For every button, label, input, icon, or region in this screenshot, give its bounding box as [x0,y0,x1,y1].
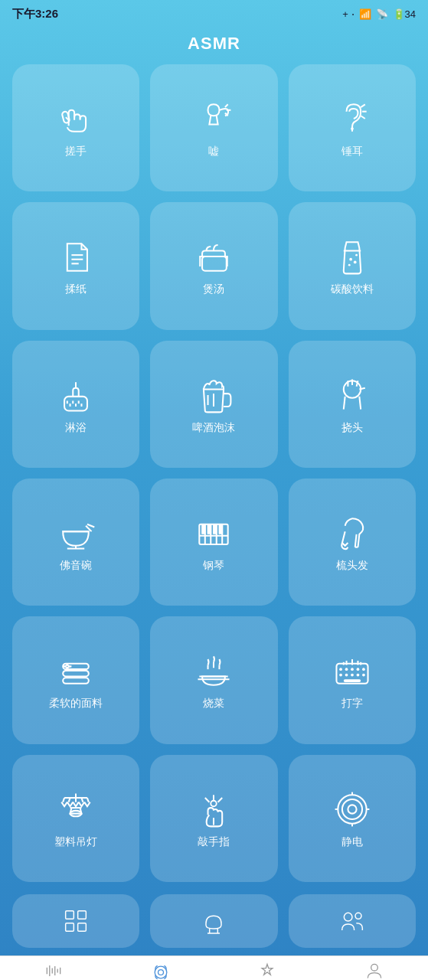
static-icon [331,788,374,831]
item-piano[interactable]: 钢琴 [150,479,277,606]
nav-whitenoise[interactable]: 白噪 [0,956,107,980]
item-tap-finger[interactable]: 敲手指 [150,755,277,882]
beer-label: 啤酒泡沫 [192,421,235,435]
item-chandelier[interactable]: 塑料吊灯 [12,755,139,882]
brushhair-icon [331,511,374,554]
beer-icon [192,374,235,416]
svg-rect-76 [78,923,87,932]
battery-icon: 🔋34 [393,8,416,20]
svg-rect-75 [66,923,74,932]
ear-icon [331,97,374,140]
chandelier-icon [54,788,97,831]
asmr-icon [151,962,171,980]
svg-point-16 [354,261,357,264]
status-icons: +︎ ⋅ 📶 📡 🔋34 [342,8,416,20]
item-typing[interactable]: 打字 [289,616,416,743]
svg-rect-46 [63,678,89,684]
item-ear[interactable]: 锤耳 [289,64,416,191]
item-shake-hand[interactable]: 搓手 [12,64,139,191]
item-fabric[interactable]: 柔软的面料 [12,616,139,743]
partial-item-3[interactable] [289,894,416,948]
item-beer[interactable]: 啤酒泡沫 [150,341,277,468]
shush-icon [192,97,235,140]
partial-icon-2 [198,906,229,936]
item-paper[interactable]: 揉纸 [12,202,139,329]
item-cooking[interactable]: 烧菜 [150,616,277,743]
bottom-nav: 白噪 asmr 冥想 我的 [0,956,428,980]
whitenoise-icon [44,961,64,980]
soda-label: 碳酸饮料 [331,283,374,296]
svg-point-65 [211,801,217,806]
svg-point-15 [348,264,351,266]
item-scratch-head[interactable]: 挠头 [289,341,416,468]
partial-item-2[interactable] [150,894,277,948]
tap-finger-label: 敲手指 [198,835,230,849]
main-grid: 搓手 嘘 锤耳 揉 [0,64,428,894]
brush-hair-label: 梳头发 [336,559,368,573]
shush-label: 嘘 [208,145,219,158]
svg-point-7 [351,127,354,130]
svg-point-89 [371,965,378,972]
svg-rect-74 [78,911,87,920]
svg-rect-43 [219,524,224,534]
partial-item-1[interactable] [12,894,139,948]
app-title: ASMR [0,28,428,64]
paper-icon [54,235,97,278]
paper-label: 揉纸 [65,283,87,296]
typing-icon [331,649,374,692]
static-label: 静电 [341,835,363,849]
scratchhead-icon [331,374,374,416]
item-shower[interactable]: 淋浴 [12,341,139,468]
partial-icon-1 [60,906,91,936]
svg-rect-40 [202,524,207,534]
fabric-label: 柔软的面料 [49,697,103,710]
scratch-head-label: 挠头 [341,421,363,435]
svg-point-88 [155,966,167,978]
svg-rect-41 [207,524,212,534]
cooking-label: 烧菜 [203,697,224,710]
svg-point-68 [348,805,356,813]
shower-icon [54,374,97,416]
svg-point-67 [342,799,362,819]
shower-label: 淋浴 [65,421,87,435]
chandelier-label: 塑料吊灯 [54,835,97,849]
bowl-icon [54,511,97,554]
status-bar: 下午3:26 +︎ ⋅ 📶 📡 🔋34 [0,0,428,28]
soda-icon [331,235,374,278]
typing-label: 打字 [341,697,363,710]
item-brush-hair[interactable]: 梳头发 [289,479,416,606]
svg-line-6 [361,116,365,119]
partial-icon-3 [337,906,368,936]
nav-asmr[interactable]: asmr [107,958,214,980]
svg-point-80 [344,913,352,921]
shake-hand-icon [54,97,97,140]
profile-icon [364,961,384,980]
soup-label: 煲汤 [203,283,224,296]
svg-line-4 [361,104,365,107]
partial-row [0,894,428,956]
meditate-icon [257,961,277,980]
item-static[interactable]: 静电 [289,755,416,882]
svg-rect-73 [66,911,74,920]
item-soda[interactable]: 碳酸饮料 [289,202,416,329]
svg-point-81 [355,913,361,919]
nav-meditate[interactable]: 冥想 [214,956,322,980]
item-soup[interactable]: 煲汤 [150,202,277,329]
soup-icon [192,235,235,278]
svg-rect-45 [63,671,89,676]
svg-rect-42 [214,524,218,534]
tapfinger-icon [192,788,235,831]
nav-profile[interactable]: 我的 [321,956,428,980]
item-shush[interactable]: 嘘 [150,64,277,191]
bowl-label: 佛音碗 [60,559,92,573]
wifi-icon: 📡 [376,8,388,20]
fabric-icon [54,649,97,692]
piano-label: 钢琴 [203,559,224,573]
shake-hand-label: 搓手 [65,145,87,158]
svg-point-14 [355,254,358,256]
cooking-icon [192,649,235,692]
item-bowl[interactable]: 佛音碗 [12,479,139,606]
signal-icon: 📶 [359,8,371,20]
svg-rect-11 [203,256,227,271]
svg-rect-62 [344,680,361,683]
